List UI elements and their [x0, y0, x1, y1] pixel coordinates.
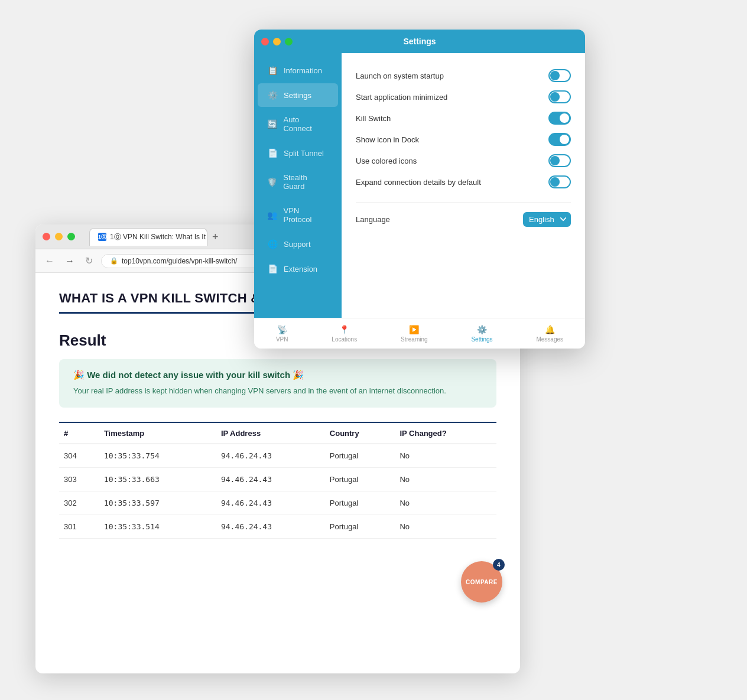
settings-row-1: Start application minimized: [356, 86, 571, 108]
sidebar-label-stealth-guard: Stealth Guard: [283, 173, 329, 191]
nav-item-settings[interactable]: ⚙️ Settings: [464, 323, 499, 345]
cell-num: 301: [59, 515, 99, 538]
address-text: top10vpn.com/guides/vpn-kill-switch/: [122, 257, 237, 265]
nav-item-streaming[interactable]: ▶️ Streaming: [394, 323, 435, 345]
vpn-traffic-lights: [261, 38, 293, 45]
tab-label: 1⓪ VPN Kill Switch: What Is It & H...: [110, 232, 207, 242]
vpn-window: Settings 📋 Information ⚙️ Settings 🔄 Aut…: [254, 30, 585, 349]
col-header-timestamp: Timestamp: [99, 422, 216, 444]
nav-icon-locations: 📍: [339, 325, 349, 334]
sidebar-item-vpn-protocol[interactable]: 👥 VPN Protocol: [258, 199, 338, 231]
sidebar-label-information: Information: [284, 66, 322, 75]
settings-row-0: Launch on system startup: [356, 65, 571, 86]
settings-label-2: Kill Switch: [356, 114, 391, 123]
settings-label-0: Launch on system startup: [356, 71, 444, 80]
col-header-country: Country: [325, 422, 395, 444]
nav-item-locations[interactable]: 📍 Locations: [324, 323, 364, 345]
lock-icon: 🔒: [110, 257, 118, 265]
cell-timestamp: 10:35:33.514: [99, 515, 216, 538]
sidebar-item-auto-connect[interactable]: 🔄 Auto Connect: [258, 108, 338, 140]
col-header-changed: IP Changed?: [395, 422, 496, 444]
cell-changed: No: [395, 467, 496, 491]
toggle-5[interactable]: [548, 175, 571, 188]
vpn-minimize-button[interactable]: [273, 38, 281, 45]
settings-row-3: Show icon in Dock: [356, 129, 571, 150]
browser-minimize-button[interactable]: [55, 233, 63, 240]
cell-num: 302: [59, 491, 99, 515]
settings-label-4: Use colored icons: [356, 157, 417, 165]
nav-label-vpn: VPN: [276, 336, 288, 343]
toggle-4[interactable]: [548, 154, 571, 167]
cell-changed: No: [395, 444, 496, 467]
toggle-2[interactable]: [548, 112, 571, 125]
language-select[interactable]: English: [523, 212, 571, 227]
sidebar-label-auto-connect: Auto Connect: [283, 115, 329, 133]
sidebar-icon-support: 🌐: [267, 239, 278, 249]
cell-changed: No: [395, 515, 496, 538]
nav-icon-streaming: ▶️: [409, 325, 419, 334]
sidebar-icon-settings: ⚙️: [267, 90, 278, 100]
nav-label-settings: Settings: [471, 336, 492, 343]
result-banner-title: 🎉 We did not detect any issue with your …: [73, 370, 482, 380]
sidebar-label-split-tunnel: Split Tunnel: [284, 149, 324, 158]
cell-timestamp: 10:35:33.754: [99, 444, 216, 467]
browser-forward-button[interactable]: →: [63, 255, 77, 268]
sidebar-item-settings[interactable]: ⚙️ Settings: [258, 83, 338, 107]
settings-label-1: Start application minimized: [356, 93, 447, 102]
sidebar-icon-split-tunnel: 📄: [267, 148, 278, 158]
result-banner: 🎉 We did not detect any issue with your …: [59, 359, 496, 408]
settings-row-5: Expand connection details by default: [356, 171, 571, 193]
toggle-1[interactable]: [548, 90, 571, 103]
sidebar-item-extension[interactable]: 📄 Extension: [258, 257, 338, 281]
vpn-settings-content: Launch on system startup Start applicati…: [342, 53, 585, 318]
sidebar-item-support[interactable]: 🌐 Support: [258, 232, 338, 256]
compare-button[interactable]: 4 COMPARE: [461, 561, 502, 603]
browser-reload-button[interactable]: ↻: [83, 254, 95, 268]
cell-timestamp: 10:35:33.663: [99, 467, 216, 491]
table-row: 302 10:35:33.597 94.46.24.43 Portugal No: [59, 491, 496, 515]
table-row: 304 10:35:33.754 94.46.24.43 Portugal No: [59, 444, 496, 467]
nav-item-vpn[interactable]: 📡 VPN: [269, 323, 295, 345]
browser-maximize-button[interactable]: [67, 233, 75, 240]
col-header-ip: IP Address: [216, 422, 325, 444]
cell-ip: 94.46.24.43: [216, 491, 325, 515]
browser-tab[interactable]: 1⓪ 1⓪ VPN Kill Switch: What Is It & H...…: [89, 228, 207, 246]
vpn-body: 📋 Information ⚙️ Settings 🔄 Auto Connect…: [254, 53, 585, 318]
cell-country: Portugal: [325, 467, 395, 491]
toggle-3[interactable]: [548, 133, 571, 146]
sidebar-label-vpn-protocol: VPN Protocol: [284, 206, 329, 224]
cell-changed: No: [395, 491, 496, 515]
compare-badge: 4: [493, 559, 505, 571]
sidebar-item-stealth-guard[interactable]: 🛡️ Stealth Guard: [258, 166, 338, 198]
cell-country: Portugal: [325, 515, 395, 538]
sidebar-label-extension: Extension: [284, 265, 317, 274]
vpn-maximize-button[interactable]: [285, 38, 293, 45]
settings-row-4: Use colored icons: [356, 150, 571, 171]
vpn-close-button[interactable]: [261, 38, 269, 45]
browser-tab-bar: 1⓪ 1⓪ VPN Kill Switch: What Is It & H...…: [89, 228, 223, 246]
nav-icon-settings: ⚙️: [477, 325, 487, 334]
browser-close-button[interactable]: [43, 233, 50, 240]
settings-label-5: Expand connection details by default: [356, 178, 481, 187]
sidebar-icon-stealth-guard: 🛡️: [267, 177, 277, 187]
new-tab-button[interactable]: +: [207, 232, 223, 242]
sidebar-icon-auto-connect: 🔄: [267, 119, 277, 129]
nav-item-messages[interactable]: 🔔 Messages: [529, 323, 570, 345]
nav-label-locations: Locations: [332, 336, 357, 343]
sidebar-item-split-tunnel[interactable]: 📄 Split Tunnel: [258, 141, 338, 165]
settings-row-2: Kill Switch: [356, 108, 571, 129]
sidebar-icon-vpn-protocol: 👥: [267, 210, 278, 220]
cell-country: Portugal: [325, 444, 395, 467]
sidebar-label-settings: Settings: [284, 91, 311, 100]
cell-num: 303: [59, 467, 99, 491]
settings-language-row: Language English: [356, 202, 571, 227]
cell-num: 304: [59, 444, 99, 467]
browser-back-button[interactable]: ←: [43, 255, 57, 268]
sidebar-label-support: Support: [284, 240, 311, 249]
table-row: 301 10:35:33.514 94.46.24.43 Portugal No: [59, 515, 496, 538]
cell-timestamp: 10:35:33.597: [99, 491, 216, 515]
sidebar-item-information[interactable]: 📋 Information: [258, 58, 338, 82]
toggle-0[interactable]: [548, 69, 571, 82]
vpn-window-title: Settings: [403, 37, 436, 46]
result-banner-text: Your real IP address is kept hidden when…: [73, 385, 482, 397]
